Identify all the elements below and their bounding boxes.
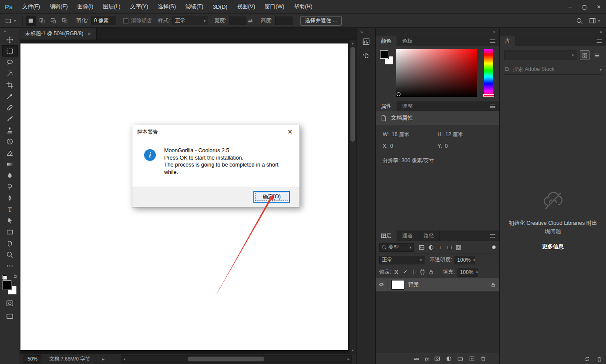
rectangle-tool[interactable]: [2, 226, 18, 237]
menu-filter[interactable]: 滤镜(T): [181, 0, 208, 14]
status-popup-arrow[interactable]: ▸: [102, 357, 104, 361]
document-tab[interactable]: 未标题-1 @ 50%(RGB/8) ×: [20, 28, 97, 40]
shape-filter-icon[interactable]: [446, 244, 452, 250]
opacity-dropdown[interactable]: 100% ▾: [454, 256, 475, 264]
new-selection-button[interactable]: [26, 16, 36, 26]
lasso-tool[interactable]: [2, 57, 18, 68]
pen-tool[interactable]: [2, 192, 18, 204]
panel-menu-icon[interactable]: [596, 36, 606, 46]
lock-position-icon[interactable]: [411, 269, 417, 275]
close-button[interactable]: ✕: [592, 0, 606, 14]
feather-input[interactable]: 0 像素: [91, 17, 116, 25]
actions-panel-icon[interactable]: [357, 49, 376, 63]
dock-expand-chevron[interactable]: «: [357, 28, 375, 35]
menu-3d[interactable]: 3D(D): [208, 0, 232, 14]
move-tool[interactable]: [2, 34, 18, 45]
eyedropper-tool[interactable]: [2, 90, 18, 102]
scroll-left-arrow[interactable]: ◂: [121, 356, 127, 362]
rectangular-marquee-tool[interactable]: [2, 45, 18, 57]
vertical-scrollbar[interactable]: ▴ ▾: [349, 40, 356, 354]
type-tool[interactable]: T: [2, 204, 18, 215]
layer-row-background[interactable]: 背景: [376, 278, 499, 291]
blend-mode-dropdown[interactable]: 正常 ▾: [379, 256, 424, 264]
layers-list-empty-area[interactable]: [376, 292, 499, 353]
dock-collapse-chevron[interactable]: »: [493, 30, 495, 34]
path-selection-tool[interactable]: [2, 215, 18, 226]
menu-select[interactable]: 选择(S): [153, 0, 181, 14]
height-input[interactable]: [275, 17, 293, 25]
search-icon[interactable]: [576, 17, 583, 24]
menu-image[interactable]: 图像(I): [73, 0, 98, 14]
dialog-close-button[interactable]: ✕: [280, 125, 300, 138]
fill-dropdown[interactable]: 100% ▾: [458, 268, 478, 277]
type-filter-icon[interactable]: T: [437, 244, 443, 250]
dodge-tool[interactable]: [2, 181, 18, 192]
layer-thumbnail[interactable]: [391, 280, 404, 290]
select-and-mask-button[interactable]: 选择并遮住 ...: [300, 16, 342, 26]
tab-paths[interactable]: 路径: [418, 230, 440, 241]
clone-stamp-tool[interactable]: [2, 124, 18, 136]
eraser-tool[interactable]: [2, 147, 18, 158]
adjustment-layer-icon[interactable]: [446, 356, 452, 362]
pixel-filter-icon[interactable]: [418, 244, 425, 250]
delete-icon[interactable]: [596, 356, 603, 362]
menu-file[interactable]: 文件(F): [17, 0, 45, 14]
style-dropdown[interactable]: 正常 ▾: [172, 17, 208, 25]
foreground-color-swatch[interactable]: [380, 50, 388, 59]
horizontal-scroll-thumb[interactable]: [188, 357, 264, 361]
menu-layer[interactable]: 图层(L): [98, 0, 125, 14]
scroll-down-arrow[interactable]: ▾: [350, 347, 356, 353]
lock-all-icon[interactable]: [428, 269, 434, 275]
quick-selection-tool[interactable]: [2, 68, 18, 79]
zoom-level-field[interactable]: 50%: [24, 355, 41, 363]
horizontal-scrollbar[interactable]: ◂ ▸: [121, 355, 352, 363]
ok-button[interactable]: 确定(O): [253, 191, 290, 203]
menu-view[interactable]: 视图(V): [232, 0, 260, 14]
library-select-dropdown[interactable]: ▾: [504, 50, 577, 60]
tab-libraries[interactable]: 库: [500, 36, 516, 46]
scroll-up-arrow[interactable]: ▴: [350, 40, 356, 46]
hue-slider[interactable]: [484, 49, 493, 97]
menu-help[interactable]: 帮助(H): [289, 0, 317, 14]
tool-preset-picker[interactable]: ▾: [0, 17, 20, 24]
info-panel-icon[interactable]: [357, 35, 376, 49]
lock-artboard-icon[interactable]: [420, 269, 425, 275]
foreground-color-swatch[interactable]: [3, 281, 11, 289]
layer-style-icon[interactable]: fx: [425, 356, 429, 361]
intersect-selection-button[interactable]: [60, 16, 70, 26]
link-layers-icon[interactable]: [413, 356, 420, 362]
swap-width-height-icon[interactable]: ⇄: [248, 17, 253, 24]
brush-tool[interactable]: [2, 113, 18, 124]
list-view-button[interactable]: [592, 50, 602, 60]
dock-collapse-chevron[interactable]: »: [599, 30, 602, 34]
saturation-brightness-field[interactable]: [396, 49, 477, 97]
screen-mode-button[interactable]: [2, 311, 18, 322]
tab-close-icon[interactable]: ×: [88, 31, 91, 37]
quick-mask-button[interactable]: [2, 297, 18, 309]
layer-name[interactable]: 背景: [408, 281, 419, 288]
panel-menu-icon[interactable]: [490, 36, 499, 46]
subtract-from-selection-button[interactable]: [48, 16, 59, 26]
edit-toolbar-button[interactable]: [2, 260, 18, 271]
vertical-scroll-thumb[interactable]: [350, 47, 355, 142]
layer-mask-icon[interactable]: [434, 356, 441, 361]
workspace-switcher[interactable]: ▾: [589, 17, 600, 24]
toolbar-collapse-chevron[interactable]: »: [0, 28, 6, 34]
panel-menu-icon[interactable]: [490, 230, 499, 241]
zoom-tool[interactable]: [2, 249, 18, 260]
tab-swatches[interactable]: 色板: [397, 36, 418, 46]
grid-view-button[interactable]: [580, 50, 589, 60]
spot-healing-brush-tool[interactable]: [2, 102, 18, 113]
minimize-button[interactable]: –: [563, 0, 577, 14]
lock-transparent-icon[interactable]: [394, 269, 399, 275]
smart-object-filter-icon[interactable]: [455, 244, 461, 250]
dialog-titlebar[interactable]: 脚本警告 ✕: [132, 125, 300, 138]
tab-layers[interactable]: 图层: [376, 230, 397, 241]
more-info-link[interactable]: 更多信息: [542, 243, 564, 251]
antialias-checkbox[interactable]: [123, 18, 128, 23]
hand-tool[interactable]: [2, 237, 18, 249]
swap-colors-icon[interactable]: [13, 274, 18, 279]
scroll-right-arrow[interactable]: ▸: [346, 356, 351, 362]
sync-icon[interactable]: [584, 356, 591, 362]
menu-edit[interactable]: 编辑(E): [45, 0, 73, 14]
